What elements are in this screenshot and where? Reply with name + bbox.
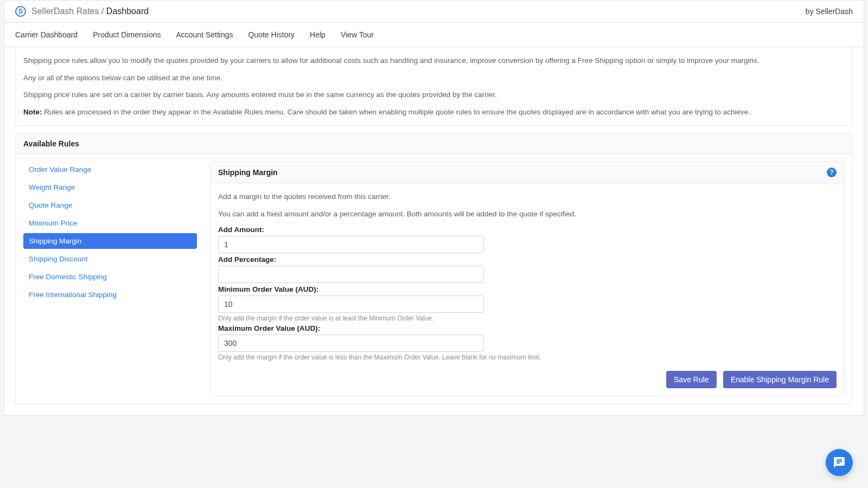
label-min-order: Minimum Order Value (AUD): — [218, 285, 837, 293]
rule-detail-body: Add a margin to the quotes received from… — [210, 183, 844, 395]
intro-note-label: Note: — [23, 108, 42, 116]
label-add-percentage: Add Percentage: — [218, 255, 837, 264]
input-min-order[interactable] — [218, 296, 484, 313]
rule-detail-desc-1: Add a margin to the quotes received from… — [218, 191, 837, 203]
header-left: S SellerDash Rates / Dashboard — [15, 6, 149, 17]
intro-card: Shipping price rules allow you to modify… — [15, 47, 853, 126]
intro-text-2: Any or all of the options below can be u… — [23, 72, 845, 84]
hint-max-order: Only add the margin if the order value i… — [218, 354, 837, 361]
breadcrumb-root[interactable]: SellerDash Rates — [31, 7, 99, 16]
hint-min-order: Only add the margin if the order value i… — [218, 314, 837, 322]
rule-tab-shipping-margin[interactable]: Shipping Margin — [23, 233, 197, 249]
breadcrumb-separator: / — [99, 7, 106, 16]
form-group-min-order: Minimum Order Value (AUD): Only add the … — [218, 285, 837, 322]
nav-quote-history[interactable]: Quote History — [248, 30, 295, 39]
rule-tab-free-international-shipping[interactable]: Free International Shipping — [23, 287, 197, 303]
input-add-percentage[interactable] — [218, 266, 484, 283]
enable-rule-button[interactable]: Enable Shipping Margin Rule — [723, 371, 837, 388]
rule-tab-minimum-price[interactable]: Minimum Price — [23, 215, 197, 231]
nav-account-settings[interactable]: Account Settings — [176, 30, 233, 39]
breadcrumb: SellerDash Rates / Dashboard — [31, 7, 149, 16]
rules-header: Available Rules — [16, 134, 852, 154]
input-max-order[interactable] — [218, 335, 484, 352]
rule-tab-order-value-range[interactable]: Order Value Range — [23, 162, 197, 177]
rule-tab-weight-range[interactable]: Weight Range — [23, 179, 197, 195]
by-line: by SellerDash — [806, 7, 853, 16]
nav-carrier-dashboard[interactable]: Carrier Dashboard — [15, 30, 78, 39]
rule-tab-free-domestic-shipping[interactable]: Free Domestic Shipping — [23, 269, 197, 285]
nav-product-dimensions[interactable]: Product Dimensions — [93, 30, 161, 39]
rule-tab-quote-range[interactable]: Quote Range — [23, 197, 197, 213]
button-row: Save Rule Enable Shipping Margin Rule — [218, 371, 837, 388]
form-group-max-order: Maximum Order Value (AUD): Only add the … — [218, 324, 837, 361]
input-add-amount[interactable] — [218, 236, 484, 253]
rule-detail-panel: Shipping Margin ? Add a margin to the qu… — [210, 162, 845, 396]
logo-icon: S — [15, 6, 26, 17]
rules-card: Available Rules Order Value Range Weight… — [15, 133, 853, 404]
intro-text-3: Shipping price rules are set on a carrie… — [23, 89, 845, 101]
nav-bar: Carrier Dashboard Product Dimensions Acc… — [4, 23, 864, 47]
help-icon[interactable]: ? — [827, 168, 837, 177]
intro-note: Note: Rules are processed in the order t… — [23, 106, 845, 118]
save-rule-button[interactable]: Save Rule — [666, 371, 717, 388]
rule-detail-desc-2: You can add a fixed amount and/or a perc… — [218, 208, 837, 220]
content-wrap: Shipping price rules allow you to modify… — [4, 47, 864, 415]
rule-tab-shipping-discount[interactable]: Shipping Discount — [23, 251, 197, 267]
breadcrumb-current: Dashboard — [106, 7, 149, 16]
rules-body: Order Value Range Weight Range Quote Ran… — [16, 154, 852, 403]
app-header: S SellerDash Rates / Dashboard by Seller… — [4, 1, 864, 23]
rule-detail-header: Shipping Margin ? — [210, 162, 844, 183]
form-group-add-amount: Add Amount: — [218, 226, 837, 253]
nav-help[interactable]: Help — [310, 30, 326, 39]
nav-view-tour[interactable]: View Tour — [341, 30, 374, 39]
intro-note-text: Rules are processed in the order they ap… — [42, 108, 751, 116]
label-max-order: Maximum Order Value (AUD): — [218, 324, 837, 332]
intro-text-1: Shipping price rules allow you to modify… — [23, 55, 845, 67]
label-add-amount: Add Amount: — [218, 226, 837, 234]
rules-sidebar: Order Value Range Weight Range Quote Ran… — [23, 162, 197, 396]
form-group-add-percentage: Add Percentage: — [218, 255, 837, 283]
rule-detail-title: Shipping Margin — [218, 168, 278, 177]
app-frame: S SellerDash Rates / Dashboard by Seller… — [4, 0, 864, 416]
